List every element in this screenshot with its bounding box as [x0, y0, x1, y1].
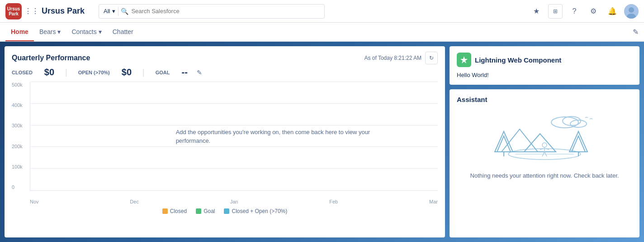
- right-panel: Lightning Web Component Hello World! Ass…: [450, 46, 639, 237]
- x-label-dec: Dec: [130, 199, 139, 204]
- nav-home[interactable]: Home: [5, 23, 34, 41]
- qp-stats: CLOSED $0 | OPEN (>70%) $0 | GOAL -- ✎: [5, 64, 445, 82]
- goal-value: --: [182, 67, 188, 77]
- assistant-svg: [488, 111, 601, 165]
- legend-closed-open: Closed + Open (>70%): [224, 208, 287, 214]
- legend-dot-goal: [196, 208, 201, 214]
- svg-marker-14: [569, 131, 587, 152]
- open-label: OPEN (>70%): [78, 70, 110, 75]
- qp-header: Quarterly Performance As of Today 8:21:2…: [5, 46, 445, 64]
- grid-line-200k: [30, 146, 438, 147]
- y-label-400k: 400k: [12, 102, 30, 108]
- grid-line-500k: [30, 82, 438, 82]
- help-icon[interactable]: ?: [567, 4, 582, 19]
- avatar-image: [624, 4, 639, 19]
- svg-point-1: [629, 7, 634, 13]
- nav-right: ★ ⊞ ? ⚙ 🔔: [529, 4, 639, 19]
- y-axis: 0 100k 200k 300k 400k 500k: [12, 82, 30, 191]
- stat-divider-2: |: [142, 68, 145, 77]
- chart-message-line1: Add the opportunities you're working on,…: [176, 127, 370, 136]
- assistant-card: Assistant: [450, 89, 639, 237]
- grid-line-100k: [30, 168, 438, 169]
- chart-message-line2: performance.: [176, 136, 370, 145]
- lwc-icon: [457, 53, 471, 67]
- goal-label: GOAL: [156, 70, 170, 75]
- nav-contacts[interactable]: Contacts ▾: [66, 23, 107, 41]
- qp-meta: As of Today 8:21:22 AM ↻: [364, 52, 438, 64]
- search-icon: 🔍: [121, 8, 128, 15]
- search-input[interactable]: [131, 8, 320, 15]
- nav-chatter[interactable]: Chatter: [107, 23, 139, 41]
- search-type-dropdown[interactable]: All ▾: [104, 8, 115, 15]
- goal-edit-icon[interactable]: ✎: [197, 69, 202, 76]
- chart-container: 0 100k 200k 300k 400k 500k Add th: [12, 82, 438, 204]
- search-bar: All ▾ 🔍: [99, 4, 325, 19]
- chart-area: 0 100k 200k 300k 400k 500k Add th: [5, 82, 445, 237]
- chart-legend: Closed Goal Closed + Open (>70%): [12, 204, 438, 220]
- x-label-feb: Feb: [329, 199, 338, 204]
- grid-line-400k: [30, 103, 438, 104]
- grid-line-300k: [30, 125, 438, 126]
- main-content: Quarterly Performance As of Today 8:21:2…: [0, 42, 644, 242]
- svg-marker-13: [572, 136, 585, 152]
- app-logo[interactable]: Ursus Park: [5, 3, 22, 19]
- y-label-300k: 300k: [12, 123, 30, 128]
- notifications-icon[interactable]: 🔔: [605, 4, 620, 19]
- x-label-mar: Mar: [429, 199, 438, 204]
- svg-point-16: [542, 143, 547, 147]
- chevron-down-icon: ▾: [112, 8, 115, 15]
- y-label-200k: 200k: [12, 144, 30, 149]
- closed-value: $0: [44, 67, 54, 77]
- y-label-0: 0: [12, 184, 30, 190]
- chart-inner: Add the opportunities you're working on,…: [30, 82, 438, 191]
- grid-apps-icon[interactable]: ⊞: [548, 4, 563, 19]
- closed-label: CLOSED: [12, 70, 33, 75]
- refresh-button[interactable]: ↻: [425, 52, 438, 64]
- sub-nav: Home Bears ▾ Contacts ▾ Chatter ✎: [0, 23, 644, 42]
- y-label-100k: 100k: [12, 164, 30, 169]
- svg-point-3: [551, 117, 578, 128]
- legend-label-closed-open: Closed + Open (>70%): [232, 208, 287, 214]
- top-nav: Ursus Park ⋮⋮ Ursus Park All ▾ 🔍 ★ ⊞ ? ⚙…: [0, 0, 644, 23]
- legend-label-closed: Closed: [170, 208, 187, 214]
- legend-closed: Closed: [162, 208, 187, 214]
- assistant-title: Assistant: [457, 96, 632, 103]
- open-value: $0: [122, 67, 132, 77]
- lwc-card: Lightning Web Component Hello World!: [450, 46, 639, 85]
- favorites-icon[interactable]: ★: [529, 4, 544, 19]
- qp-title: Quarterly Performance: [12, 54, 90, 62]
- search-divider: [118, 7, 118, 16]
- bears-dropdown-icon: ▾: [57, 28, 61, 35]
- chart-empty-message: Add the opportunities you're working on,…: [176, 127, 370, 145]
- legend-dot-closed: [162, 208, 168, 214]
- as-of-label: As of Today 8:21:22 AM: [364, 55, 421, 61]
- legend-label-goal: Goal: [204, 208, 215, 214]
- svg-marker-8: [502, 129, 538, 152]
- avatar[interactable]: [624, 4, 639, 19]
- assistant-illustration: [457, 109, 632, 168]
- x-label-nov: Nov: [30, 199, 39, 204]
- search-container: All ▾ 🔍: [92, 4, 331, 19]
- legend-dot-closed-open: [224, 208, 229, 214]
- x-label-jan: Jan: [230, 199, 238, 204]
- lwc-title: Lightning Web Component: [475, 56, 561, 64]
- grid-icon[interactable]: ⋮⋮: [25, 5, 38, 18]
- y-label-500k: 500k: [12, 82, 30, 87]
- lwc-body: Hello World!: [457, 72, 632, 78]
- contacts-dropdown-icon: ▾: [99, 28, 102, 35]
- lwc-card-header: Lightning Web Component: [457, 53, 632, 67]
- quarterly-performance-panel: Quarterly Performance As of Today 8:21:2…: [5, 46, 445, 237]
- setup-icon[interactable]: ⚙: [586, 4, 601, 19]
- app-name: Ursus Park: [42, 6, 85, 16]
- nav-bears[interactable]: Bears ▾: [34, 23, 66, 41]
- assistant-message: Nothing needs your attention right now. …: [457, 172, 632, 179]
- legend-goal: Goal: [196, 208, 215, 214]
- x-axis: Nov Dec Jan Feb Mar: [30, 199, 438, 204]
- nav-edit-button[interactable]: ✎: [633, 23, 639, 41]
- stat-divider-1: |: [65, 68, 67, 77]
